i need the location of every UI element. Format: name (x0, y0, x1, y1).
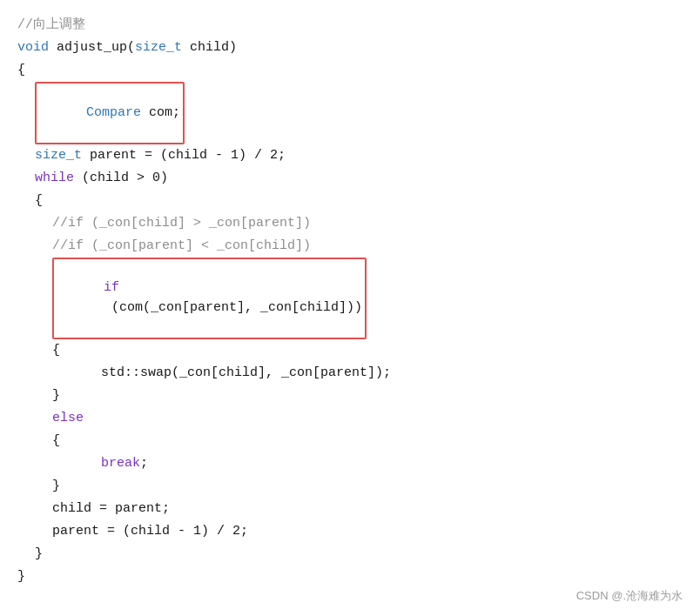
space2 (182, 37, 190, 58)
line-brace-open-outer: { (17, 59, 683, 82)
paren-close: ) (229, 37, 237, 58)
line-swap: std::swap(_con[child], _con[parent]); (70, 362, 683, 385)
line-if-com: if (com(_con[parent], _con[child])) (52, 258, 683, 339)
line-while: while (child > 0) (35, 167, 683, 190)
line-func-brace-close: } (17, 566, 683, 588)
param-name: child (190, 37, 229, 58)
line-while-brace-open: { (35, 190, 683, 212)
return-type: void (17, 37, 49, 58)
line-else-brace-close: } (52, 475, 683, 498)
line-comment-if2: //if (_con[parent] < _con[child]) (52, 235, 683, 258)
param-type: size_t (135, 37, 182, 58)
line-parent-init: size_t parent = (child - 1) / 2; (35, 144, 683, 167)
line-parent-reassign: parent = (child - 1) / 2; (52, 520, 683, 543)
line-if-brace-open: { (52, 339, 683, 362)
line-comment-title: //向上调整 (17, 14, 683, 37)
func-name: adjust_up (57, 37, 127, 58)
line-func-signature: void adjust_up ( size_t child ) (17, 37, 683, 59)
line-child-assign: child = parent; (52, 498, 683, 520)
line-while-brace-close: } (35, 543, 683, 566)
space (49, 37, 57, 58)
line-compare-com: Compare com; (35, 82, 683, 144)
line-break: break; (70, 452, 683, 475)
comment-text: //向上调整 (17, 15, 85, 36)
highlight-if-com: if (com(_con[parent], _con[child])) (52, 258, 367, 339)
watermark: CSDN @.沧海难为水 (576, 587, 683, 606)
paren-open: ( (127, 37, 135, 58)
line-else: else (52, 407, 683, 430)
line-if-brace-close: } (52, 385, 683, 407)
highlight-compare-com: Compare com; (35, 82, 185, 144)
line-comment-if1: //if (_con[child] > _con[parent]) (52, 212, 683, 235)
code-block: //向上调整 void adjust_up ( size_t child ) {… (0, 0, 700, 616)
line-else-brace-open: { (52, 430, 683, 452)
